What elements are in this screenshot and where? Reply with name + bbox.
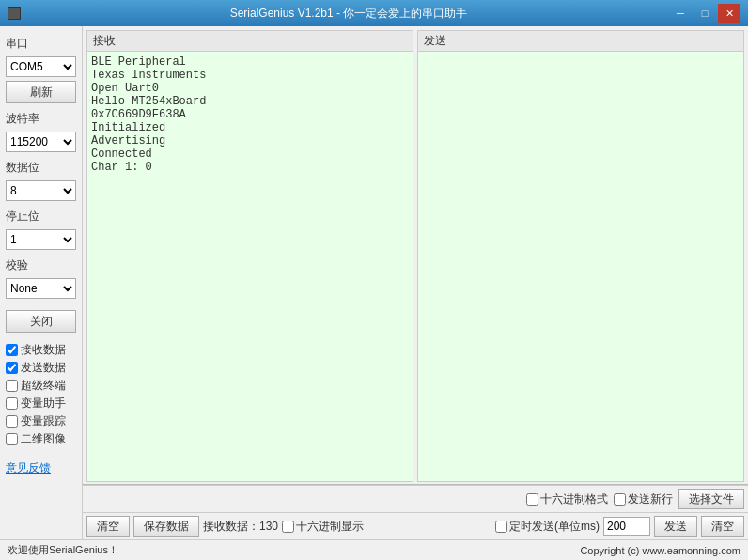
hex-mode-item[interactable]: 十六进制格式	[526, 491, 608, 507]
bottom-controls: 十六进制格式 发送新行 选择文件 清空 保存数据 接收数据：130	[83, 484, 748, 539]
close-button[interactable]: ✕	[718, 4, 740, 23]
newline-checkbox[interactable]	[614, 493, 626, 506]
maximize-button[interactable]: □	[693, 4, 716, 23]
clear-send-button[interactable]: 清空	[701, 516, 744, 537]
feedback-link[interactable]: 意见反馈	[6, 460, 76, 476]
2d-image-checkbox[interactable]	[6, 433, 18, 445]
checkbox-group: 接收数据 发送数据 超级终端 变量助手 变量跟踪 二维图像	[6, 342, 76, 447]
send-textarea[interactable]	[418, 52, 743, 481]
checkbox-send-data[interactable]: 发送数据	[6, 360, 76, 376]
databits-select[interactable]: 8 7 6 5	[6, 180, 76, 201]
port-select[interactable]: COM5	[6, 56, 76, 77]
receive-panel: 接收 BLE Peripheral Texas Instruments Open…	[86, 30, 413, 482]
newline-item[interactable]: 发送新行	[614, 491, 673, 507]
databits-label: 数据位	[6, 160, 76, 176]
checkbox-super-terminal[interactable]: 超级终端	[6, 378, 76, 394]
send-header: 发送	[418, 31, 743, 52]
content-area: 接收 BLE Peripheral Texas Instruments Open…	[83, 26, 748, 539]
status-left: 欢迎使用SerialGenius！	[8, 543, 118, 557]
send-controls-row1: 十六进制格式 发送新行 选择文件	[83, 485, 748, 512]
recv-count-value: 130	[259, 520, 278, 533]
baud-label: 波特率	[6, 111, 76, 127]
clear-recv-button[interactable]: 清空	[86, 516, 130, 537]
save-data-button[interactable]: 保存数据	[133, 516, 199, 537]
hex-display-item[interactable]: 十六进制显示	[282, 519, 364, 535]
baud-select[interactable]: 115200 9600 19200 38400 57600	[6, 132, 76, 152]
choose-file-button[interactable]: 选择文件	[678, 489, 744, 509]
bottom-combined: 清空 保存数据 接收数据：130 十六进制显示 定时发送(单位ms)	[83, 512, 748, 539]
send-panel: 发送	[417, 30, 744, 482]
recv-data-checkbox[interactable]	[6, 344, 18, 356]
timed-send-label: 定时发送(单位ms)	[509, 519, 600, 535]
stopbits-select[interactable]: 1 1.5 2	[6, 229, 76, 250]
checkbox-var-trace[interactable]: 变量跟踪	[6, 413, 76, 429]
send-bottom-controls: 定时发送(单位ms) 200 发送 清空	[367, 513, 748, 539]
send-data-checkbox[interactable]	[6, 362, 18, 374]
timed-send-checkbox[interactable]	[495, 521, 507, 533]
super-terminal-checkbox[interactable]	[6, 380, 18, 392]
checkbox-2d-image[interactable]: 二维图像	[6, 431, 76, 447]
port-label: 串口	[6, 36, 76, 52]
hex-mode-checkbox[interactable]	[526, 493, 538, 506]
panels: 接收 BLE Peripheral Texas Instruments Open…	[83, 26, 748, 484]
hex-display-label: 十六进制显示	[296, 519, 364, 535]
send-button[interactable]: 发送	[654, 516, 697, 537]
close-port-button[interactable]: 关闭	[6, 310, 76, 333]
receive-header: 接收	[87, 31, 413, 52]
hex-display-checkbox[interactable]	[282, 521, 294, 533]
timed-send-item[interactable]: 定时发送(单位ms)	[495, 519, 600, 535]
main-container: 串口 COM5 刷新 波特率 115200 9600 19200 38400 5…	[0, 26, 748, 539]
window-title: SerialGenius V1.2b1 - 你一定会爱上的串口助手	[28, 6, 669, 22]
stopbits-label: 停止位	[6, 209, 76, 225]
var-helper-checkbox[interactable]	[6, 397, 18, 410]
parity-select[interactable]: None Odd Even	[6, 278, 76, 299]
newline-label: 发送新行	[628, 491, 673, 507]
window-controls: ─ □ ✕	[669, 4, 740, 23]
receive-textarea[interactable]: BLE Peripheral Texas Instruments Open Ua…	[87, 52, 413, 481]
sidebar: 串口 COM5 刷新 波特率 115200 9600 19200 38400 5…	[0, 26, 83, 539]
minimize-button[interactable]: ─	[669, 4, 692, 23]
interval-input[interactable]: 200	[603, 517, 650, 536]
hex-mode-label: 十六进制格式	[540, 491, 608, 507]
app-icon	[8, 7, 21, 20]
checkbox-var-helper[interactable]: 变量助手	[6, 396, 76, 412]
title-bar: SerialGenius V1.2b1 - 你一定会爱上的串口助手 ─ □ ✕	[0, 0, 748, 26]
recv-count-label: 接收数据：130	[203, 519, 278, 535]
refresh-button[interactable]: 刷新	[6, 81, 76, 103]
status-bar: 欢迎使用SerialGenius！ Copyright (c) www.eamo…	[0, 539, 748, 560]
var-trace-checkbox[interactable]	[6, 415, 18, 428]
status-right: Copyright (c) www.eamonning.com	[580, 545, 740, 556]
parity-label: 校验	[6, 257, 76, 273]
checkbox-recv-data[interactable]: 接收数据	[6, 342, 76, 358]
receive-bottom-controls: 清空 保存数据 接收数据：130 十六进制显示	[83, 513, 367, 539]
